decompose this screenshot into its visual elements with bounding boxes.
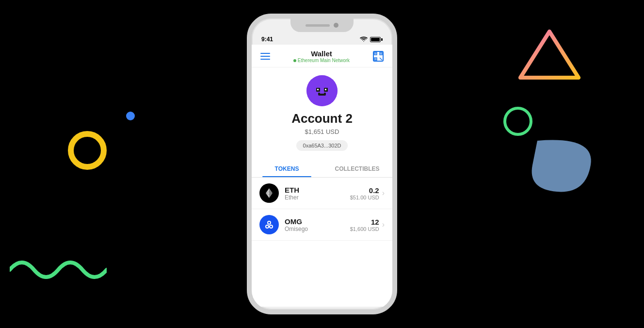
phone-notch [290, 18, 354, 32]
omg-info: OMG Omisego [285, 217, 350, 232]
svg-rect-15 [324, 93, 326, 95]
hamburger-line-1 [260, 53, 270, 54]
battery-icon [370, 37, 383, 42]
network-indicator: Ethereum Main Network [293, 58, 350, 63]
token-item-omg[interactable]: OMG Omisego 12 $1,600 USD › [252, 209, 392, 241]
triangle-decoration [518, 29, 581, 82]
eth-usd: $51.00 USD [350, 195, 379, 200]
omg-icon [259, 215, 279, 234]
svg-rect-12 [325, 89, 326, 90]
wifi-icon [360, 36, 368, 42]
eth-name: Ether [285, 194, 350, 201]
account-section: Account 2 $1,651 USD 0xa65A3...302D [252, 67, 392, 157]
status-bar: 9:41 [252, 32, 392, 45]
omg-values: 12 $1,600 USD [350, 218, 379, 232]
svg-rect-5 [380, 53, 381, 54]
hamburger-line-2 [260, 56, 270, 57]
svg-line-7 [380, 58, 382, 60]
svg-marker-0 [520, 32, 579, 78]
account-name: Account 2 [291, 111, 353, 126]
time-display: 9:41 [261, 36, 273, 43]
token-list: ETH Ether 0.2 $51.00 USD › [252, 178, 392, 241]
green-wave-decoration [10, 250, 107, 289]
camera [334, 23, 338, 28]
blue-blob-decoration [528, 136, 596, 194]
omg-usd: $1,600 USD [350, 226, 379, 232]
eth-values: 0.2 $51.00 USD [350, 186, 379, 200]
avatar-image [306, 75, 338, 106]
wallet-title: Wallet [293, 49, 350, 58]
hamburger-line-3 [260, 59, 270, 60]
scan-button[interactable] [373, 51, 384, 62]
network-name: Ethereum Main Network [298, 58, 350, 63]
svg-rect-14 [318, 93, 320, 95]
tab-tokens[interactable]: TOKENS [252, 161, 322, 177]
status-icons [360, 36, 383, 42]
svg-point-27 [270, 226, 272, 228]
speaker [306, 24, 330, 27]
hamburger-menu[interactable] [260, 53, 270, 60]
account-balance: $1,651 USD [305, 128, 339, 135]
tabs-container: TOKENS COLLECTIBLES [252, 161, 392, 178]
eth-symbol: ETH [285, 186, 350, 194]
svg-rect-11 [317, 89, 319, 90]
eth-icon [259, 183, 279, 203]
svg-rect-6 [375, 59, 376, 60]
token-item-eth[interactable]: ETH Ether 0.2 $51.00 USD › [252, 178, 392, 209]
omg-chevron: › [382, 220, 385, 229]
phone-screen: Wallet Ethereum Main Network [252, 45, 392, 307]
omg-symbol: OMG [285, 217, 350, 226]
eth-chevron: › [382, 189, 385, 197]
network-dot [293, 59, 296, 62]
eth-amount: 0.2 [350, 186, 379, 195]
eth-info: ETH Ether [285, 186, 350, 201]
green-ring-decoration [503, 107, 532, 136]
yellow-ring-decoration [68, 131, 107, 170]
header-center: Wallet Ethereum Main Network [293, 49, 350, 63]
svg-point-26 [266, 226, 268, 228]
tab-collectibles[interactable]: COLLECTIBLES [322, 161, 392, 177]
omg-name: Omisego [285, 226, 350, 232]
omg-amount: 12 [350, 218, 379, 226]
svg-rect-1 [374, 52, 377, 55]
svg-rect-4 [375, 53, 376, 54]
app-header: Wallet Ethereum Main Network [252, 45, 392, 67]
svg-point-25 [268, 222, 270, 224]
phone-frame: 9:41 [247, 14, 397, 314]
account-address[interactable]: 0xa65A3...302D [296, 140, 348, 151]
blue-dot-decoration [126, 112, 135, 120]
account-avatar [306, 75, 338, 106]
svg-point-8 [306, 75, 338, 106]
